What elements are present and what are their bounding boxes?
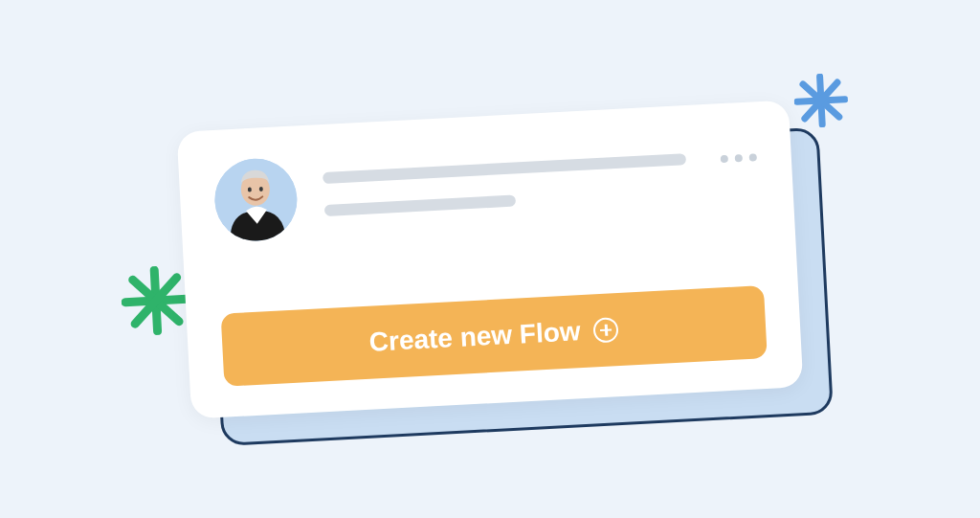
more-horizontal-icon (735, 154, 743, 162)
avatar (212, 156, 299, 242)
placeholder-text-lines (322, 135, 696, 215)
more-horizontal-icon (749, 153, 757, 161)
card-header (212, 132, 760, 243)
placeholder-line (323, 153, 686, 184)
placeholder-line (324, 194, 516, 215)
plus-circle-icon (593, 317, 619, 343)
flow-card: Create new Flow (177, 100, 804, 418)
sparkle-decoration-icon (792, 73, 849, 133)
sparkle-decoration-icon (120, 264, 192, 341)
more-menu-button[interactable] (719, 132, 757, 163)
more-horizontal-icon (721, 154, 728, 162)
cta-label: Create new Flow (368, 316, 581, 358)
create-new-flow-button[interactable]: Create new Flow (221, 285, 768, 387)
